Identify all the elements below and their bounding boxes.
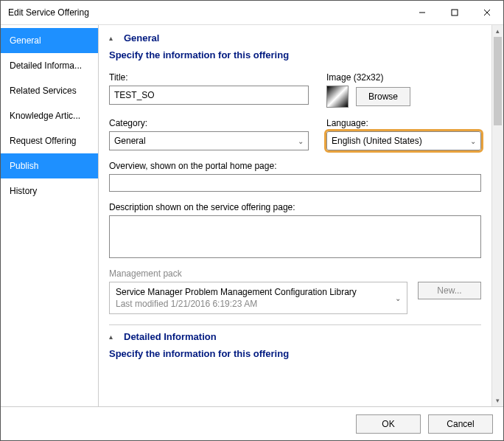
mgmt-pack-select[interactable]: Service Manager Problem Management Confi… — [109, 282, 407, 314]
scroll-down-icon[interactable]: ▾ — [492, 395, 503, 406]
new-label: New... — [437, 285, 461, 296]
cancel-button[interactable]: Cancel — [428, 414, 493, 434]
chevron-down-icon: ⌄ — [395, 294, 401, 302]
title-bar: Edit Service Offering — [1, 1, 503, 24]
description-label: Description shown on the service offerin… — [109, 202, 481, 212]
nav-publish[interactable]: Publish — [1, 153, 98, 178]
overview-label: Overview, shown on the portal home page: — [109, 161, 481, 171]
section-subtitle: Specify the information for this offerin… — [109, 44, 481, 72]
mgmt-pack-name: Service Manager Problem Management Confi… — [116, 287, 401, 297]
nav-label: Detailed Informa... — [10, 60, 82, 71]
nav-label: Publish — [10, 161, 38, 171]
category-label: Category: — [109, 118, 309, 128]
browse-label: Browse — [368, 91, 398, 102]
category-value: General — [114, 136, 146, 146]
maximize-button[interactable] — [438, 1, 471, 24]
chevron-up-icon: ▴ — [109, 34, 118, 42]
nav-label: History — [10, 186, 37, 196]
close-button[interactable] — [471, 1, 503, 24]
ok-button[interactable]: OK — [356, 414, 421, 434]
new-mgmt-button[interactable]: New... — [418, 282, 481, 299]
nav-label: Knowledge Artic... — [10, 111, 80, 121]
overview-input[interactable] — [109, 174, 481, 192]
dialog-footer: OK Cancel — [1, 406, 503, 440]
nav-label: Related Services — [10, 86, 77, 96]
nav-knowledge-articles[interactable]: Knowledge Artic... — [1, 103, 98, 128]
section-title: General — [124, 32, 159, 44]
sidebar-nav: General Detailed Informa... Related Serv… — [1, 25, 99, 406]
vertical-scrollbar[interactable]: ▴ ▾ — [491, 25, 503, 406]
image-preview — [326, 86, 349, 108]
language-value: English (United States) — [332, 136, 422, 146]
category-select[interactable]: General ⌄ — [109, 131, 309, 150]
mgmt-pack-modified: Last modified 1/21/2016 6:19:23 AM — [116, 299, 401, 309]
language-select[interactable]: English (United States) ⌄ — [326, 131, 481, 150]
browse-button[interactable]: Browse — [356, 87, 410, 106]
chevron-up-icon: ▴ — [109, 333, 118, 341]
section-header-general[interactable]: ▴ General — [109, 29, 481, 44]
section-divider — [109, 324, 481, 325]
mgmt-label: Management pack — [109, 268, 481, 279]
nav-related-services[interactable]: Related Services — [1, 78, 98, 103]
dialog-window: Edit Service Offering General Detailed I… — [0, 0, 504, 441]
nav-label: Request Offering — [10, 136, 77, 146]
chevron-down-icon: ⌄ — [298, 137, 304, 145]
scroll-up-icon[interactable]: ▴ — [492, 25, 503, 37]
image-label: Image (32x32) — [326, 72, 481, 83]
window-title: Edit Service Offering — [8, 7, 89, 18]
ok-label: OK — [382, 419, 394, 429]
content-pane: ▴ General Specify the information for th… — [99, 25, 491, 406]
window-controls — [406, 1, 503, 24]
minimize-button[interactable] — [406, 1, 438, 24]
title-input[interactable] — [109, 86, 309, 105]
section-header-detailed[interactable]: ▴ Detailed Information — [109, 328, 481, 342]
nav-history[interactable]: History — [1, 178, 98, 204]
nav-general[interactable]: General — [1, 28, 98, 53]
scroll-thumb[interactable] — [494, 37, 502, 125]
nav-detailed-information[interactable]: Detailed Informa... — [1, 53, 98, 78]
description-input[interactable] — [109, 215, 481, 258]
section-title: Detailed Information — [124, 331, 217, 342]
nav-label: General — [10, 35, 41, 46]
section-subtitle: Specify the information for this offerin… — [109, 342, 481, 374]
language-label: Language: — [326, 118, 481, 128]
chevron-down-icon: ⌄ — [470, 137, 476, 145]
cancel-label: Cancel — [447, 419, 474, 429]
title-label: Title: — [109, 72, 309, 83]
svg-rect-1 — [452, 10, 458, 15]
nav-request-offering[interactable]: Request Offering — [1, 128, 98, 153]
